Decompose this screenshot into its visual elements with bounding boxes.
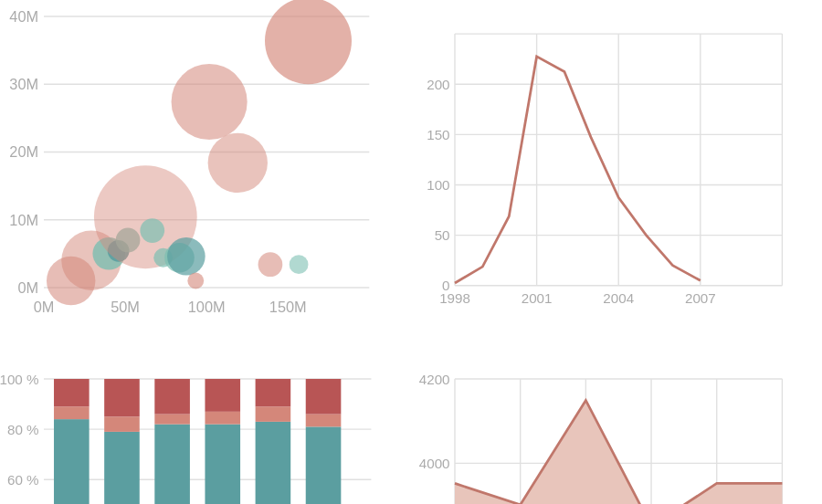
bubble-y-label-30: 30M — [9, 76, 38, 92]
bubble-y-label-10: 10M — [9, 212, 38, 228]
bar-y-60: 60 % — [7, 472, 39, 488]
bar4-seg4 — [205, 412, 240, 425]
bar6-seg3 — [306, 427, 342, 504]
bubble-y-label-40: 40M — [9, 8, 38, 25]
bubble-x-label-0: 0M — [34, 299, 55, 315]
bar-y-100: 100 % — [0, 372, 38, 387]
bar5-seg4 — [256, 407, 291, 423]
bar4-seg3 — [205, 425, 240, 504]
bubble-13 — [208, 133, 268, 193]
area-y-4200: 4200 — [419, 372, 450, 387]
bar3-seg4 — [154, 415, 190, 425]
line-chart-area: 0 50 100 150 200 1998 2001 2004 2007 — [455, 15, 807, 330]
area-chart-cell: 4200 4000 3800 3600 Jan Mar Jun Aug Oct … — [411, 362, 822, 504]
line-y-50: 50 — [435, 227, 450, 243]
line-chart-svg: 0 50 100 150 200 1998 2001 2004 2007 — [455, 15, 807, 330]
line-y-150: 150 — [427, 127, 449, 142]
line-x-2001: 2001 — [522, 290, 553, 306]
bar1-seg4 — [54, 407, 90, 420]
bar2-seg5 — [104, 379, 140, 416]
stacked-bar-chart-area: 100 % 80 % 60 % 40 % 20 % 0 % 1 2 3 4 5 … — [44, 377, 396, 504]
bubble-14 — [258, 252, 283, 277]
line-x-2007: 2007 — [685, 290, 716, 306]
area-fill — [455, 401, 782, 504]
area-chart-area: 4200 4000 3800 3600 Jan Mar Jun Aug Oct … — [455, 377, 807, 504]
line-path — [455, 57, 701, 283]
bubble-chart-cell: 0M 10M 20M 30M 40M 0M 50M 100M 150M — [0, 0, 411, 362]
bar6-seg4 — [306, 415, 342, 427]
bar2-seg3 — [104, 432, 140, 504]
bubble-16 — [265, 0, 352, 84]
line-x-1998: 1998 — [439, 290, 470, 306]
bubble-chart-area: 0M 10M 20M 30M 40M 0M 50M 100M 150M — [44, 15, 396, 330]
bar1-seg3 — [54, 420, 90, 504]
bubble-y-label-20: 20M — [9, 143, 38, 160]
bar4-seg5 — [205, 379, 240, 412]
bar-y-80: 80 % — [7, 422, 39, 437]
bar3-seg3 — [154, 425, 190, 504]
area-chart-svg: 4200 4000 3800 3600 Jan Mar Jun Aug Oct … — [455, 377, 807, 504]
bubble-11 — [187, 273, 204, 289]
bubble-x-label-150: 150M — [269, 299, 307, 315]
bar1-seg5 — [54, 379, 90, 406]
bubble-x-label-50: 50M — [111, 299, 140, 315]
line-y-200: 200 — [427, 77, 449, 92]
bubble-y-label-0: 0M — [17, 279, 38, 296]
stacked-bar-chart-cell: 100 % 80 % 60 % 40 % 20 % 0 % 1 2 3 4 5 … — [0, 362, 411, 504]
bubble-12 — [172, 64, 248, 140]
bubble-10 — [167, 237, 206, 276]
bar5-seg5 — [256, 379, 291, 406]
bar5-seg3 — [256, 422, 291, 504]
line-y-100: 100 — [427, 177, 449, 193]
bubble-7 — [140, 218, 164, 243]
bar6-seg5 — [306, 379, 342, 415]
line-x-2004: 2004 — [603, 290, 634, 306]
bar3-seg5 — [154, 379, 190, 415]
stacked-bar-svg: 100 % 80 % 60 % 40 % 20 % 0 % 1 2 3 4 5 … — [44, 377, 396, 504]
line-chart-cell: 0 50 100 150 200 1998 2001 2004 2007 — [411, 0, 822, 362]
area-y-4000: 4000 — [419, 456, 450, 471]
bubble-15 — [290, 255, 309, 274]
bubble-x-label-100: 100M — [188, 299, 226, 315]
bar2-seg4 — [104, 417, 140, 433]
bubble-chart-svg: 0M 10M 20M 30M 40M 0M 50M 100M 150M — [44, 15, 396, 330]
